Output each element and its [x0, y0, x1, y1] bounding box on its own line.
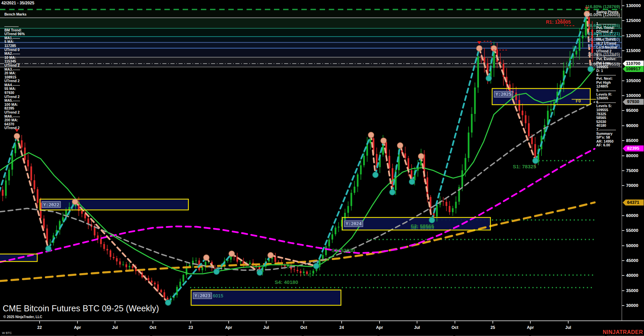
time-axis-tick [417, 321, 417, 323]
benchmarks-panel-title: Bench Marks [4, 13, 26, 17]
indicator-text-line: DTrend -2 [596, 30, 618, 34]
period-range-label: 42/2021 - 35/2025 [1, 1, 34, 5]
indicator-text-line: Hi:2 UTrend [596, 42, 618, 46]
indicator-text-line: 7.-------------- [596, 128, 618, 132]
price-marker-tag: 64371 [623, 199, 644, 206]
time-axis[interactable]: W BTC 22AprJulOct23AprJulOct24AprJulOct2… [0, 320, 644, 336]
price-axis-tick [622, 5, 624, 6]
time-axis-tick [530, 321, 531, 323]
price-axis-label: 120000 [626, 33, 641, 38]
resistance-label: R1: 126005 [546, 19, 571, 25]
price-axis-label: 75000 [626, 168, 638, 173]
time-axis-label: Oct [452, 325, 458, 330]
price-axis-label: 50000 [626, 243, 638, 248]
time-axis-tick [341, 321, 342, 323]
indicator-text-line: 20 MA: [4, 71, 26, 75]
time-axis-label: Jul [565, 325, 571, 330]
price-axis-tick [622, 305, 624, 306]
price-marker-tag: 82395 [623, 145, 644, 151]
price-axis-tick [622, 95, 624, 96]
year-box-label: Y:2025 [496, 92, 511, 97]
time-axis-label: Jul [263, 325, 269, 330]
time-axis-label: 23 [188, 325, 193, 330]
indicator-text-line: UTrend 2 [4, 111, 26, 115]
price-chart-plot[interactable]: Y:2022Y:20236015Y:2024S2: 58565Y:2025S1:… [0, 0, 644, 336]
time-axis-tick [492, 321, 493, 323]
time-axis-tick [115, 321, 115, 323]
year-box-fills [0, 89, 590, 305]
time-axis-tick [266, 321, 267, 323]
year-box-borders: Y:2022Y:20236015Y:2024S2: 58565Y:2025 [0, 89, 590, 305]
time-axis-tick [303, 321, 304, 323]
time-axis-label: Oct [300, 325, 307, 330]
price-axis-tick [622, 80, 624, 81]
ma-line-55-ma [0, 102, 595, 270]
price-axis-label: 100000 [626, 93, 641, 98]
time-axis-tick [568, 321, 569, 323]
benchmarks-panel: Bench Marks ------------BM Trend:UTrend … [4, 5, 26, 138]
time-axis-tick [455, 321, 455, 323]
fib-zone-bands [0, 9, 622, 67]
time-axis-tick [153, 321, 153, 323]
price-axis-label: 115000 [626, 48, 641, 53]
swing-pivots-panel-lines: 1.--------------Pvt. Trend:DTrend -22.--… [596, 22, 618, 147]
swing-pivots-panel: Swing Pivots 1.--------------Pvt. Trend:… [596, 2, 618, 155]
ninjatrader-logo: NINJATRADER [603, 329, 643, 335]
price-axis-label: 30000 [626, 303, 638, 308]
price-axis-label: 55000 [626, 228, 638, 233]
price-axis-label: 40000 [626, 273, 638, 278]
time-axis-label: Apr [527, 325, 534, 330]
time-axis-label: Jul [414, 325, 420, 330]
series-tab[interactable]: W BTC [2, 331, 12, 335]
price-axis-tick [622, 125, 624, 126]
time-axis-tick [77, 321, 78, 323]
indicator-text-line: 5.-------------- [596, 89, 618, 93]
indicator-text-line: D: 1 [596, 69, 618, 73]
price-axis-label: 95000 [626, 108, 638, 113]
price-axis[interactable]: 1300001250001200001150001050001000009500… [622, 0, 644, 320]
support-level-label: S3: 52030 [331, 247, 355, 253]
time-axis-label: 24 [339, 325, 344, 330]
indicator-text-line: UTrend 2 [4, 64, 26, 68]
time-axis-label: Oct [150, 325, 156, 330]
price-axis-label: 85000 [626, 138, 638, 143]
price-marker-tag: 108917 [623, 66, 644, 72]
time-axis-tick [190, 321, 191, 323]
swing-pivots-panel-title: Swing Pivots [596, 10, 618, 14]
price-axis-label: 35000 [626, 288, 638, 293]
time-axis-label: 25 [490, 325, 495, 330]
indicator-text-line: ------------ [4, 24, 26, 28]
indicator-text-line: UTrend 2 [4, 126, 26, 130]
price-axis-tick [622, 170, 624, 171]
price-axis-tick [622, 20, 624, 21]
time-axis-tick [228, 321, 229, 323]
price-axis-label: 60000 [626, 213, 638, 218]
price-axis-label: 125000 [626, 18, 641, 23]
price-axis-label: 80000 [626, 153, 638, 158]
time-axis-tick [379, 321, 380, 323]
price-axis-label: 45000 [626, 258, 638, 263]
price-axis-tick [622, 275, 624, 276]
chart-title: CME Bitcoin Futures BTC 09-25 (Weekly) [3, 304, 159, 313]
price-axis-label: 130000 [626, 3, 641, 8]
price-axis-tick [622, 140, 624, 141]
price-axis-tick [622, 230, 624, 231]
time-axis-label: Jul [112, 325, 118, 330]
support-level-label: S1: 78325 [513, 164, 536, 169]
indicator-text-line: AF: 6.00 [596, 143, 618, 147]
year-box-label: Y:2024 [346, 221, 362, 226]
time-axis-tick [39, 321, 40, 323]
support-level-label: S2: 58565 [411, 223, 434, 229]
indicator-text-line: 1.-------------- [596, 22, 618, 26]
year-box-label: Y:2023 [194, 293, 210, 298]
indicator-text-line: UTrend 2 [596, 49, 618, 53]
ninjatrader-chart-window: Y:2022Y:20236015Y:2024S2: 58565Y:2025S1:… [0, 0, 644, 336]
indicator-text-line: MA2.------ [4, 52, 26, 56]
price-axis-tick [622, 260, 624, 261]
support-level-label: S4: 40180 [275, 279, 298, 285]
price-marker-tag: 97930 [623, 99, 644, 105]
benchmarks-panel-lines: ------------BM Trend:UTrend 96%MA1.-----… [4, 24, 26, 130]
time-axis-label: 22 [37, 325, 42, 330]
copyright-label: © 2025 NinjaTrader, LLC [3, 315, 42, 319]
price-axis-tick [622, 155, 624, 156]
